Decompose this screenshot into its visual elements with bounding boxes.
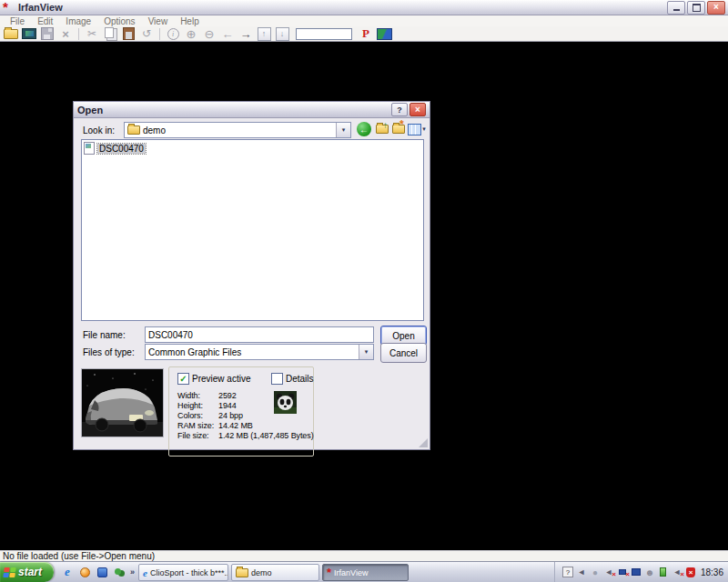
menu-file[interactable]: File [4, 16, 31, 26]
last-image-button[interactable]: ↓ [274, 27, 290, 41]
save-button[interactable] [39, 27, 56, 41]
view-menu-button[interactable]: ▾ [408, 122, 426, 136]
open-folder-button[interactable] [3, 27, 19, 41]
info-row-filesize: File size:1.42 MB (1,487,485 Bytes) [177, 431, 314, 441]
file-name-input[interactable] [145, 326, 374, 343]
menu-image[interactable]: Image [59, 16, 97, 26]
undo-icon: ↺ [142, 27, 151, 40]
slideshow-icon [22, 28, 36, 39]
security-alert-tray-icon[interactable]: × [685, 567, 696, 577]
help-tray-icon[interactable]: ? [562, 567, 573, 577]
app-titlebar[interactable]: * IrfanView × [0, 0, 728, 15]
status-bar: No file loaded (use File->Open menu) [0, 550, 728, 561]
file-list-item[interactable]: DSC00470 [84, 142, 146, 155]
cut-button[interactable]: ✂ [84, 27, 100, 41]
image-file-icon [84, 142, 95, 155]
look-in-combobox[interactable]: demo ▾ [124, 122, 351, 138]
print-icon: P [362, 26, 369, 41]
back-button[interactable]: ← [357, 122, 371, 136]
cancel-button[interactable]: Cancel [380, 343, 427, 363]
taskbar-button-cliosport[interactable]: e ClioSport - thick b***... [138, 564, 228, 581]
dialog-help-button[interactable]: ? [391, 103, 408, 116]
battery-tray-icon[interactable] [658, 567, 669, 577]
taskbar: start e » e ClioSport - thick b***... de… [0, 561, 728, 582]
volume-tray-icon[interactable]: ◄ [576, 567, 587, 577]
start-button[interactable]: start [0, 562, 54, 582]
app-title: IrfanView [18, 2, 63, 13]
folder-icon [236, 568, 248, 577]
thumbnails-icon [377, 28, 392, 40]
zoom-out-icon: ⊖ [205, 27, 215, 41]
info-button[interactable]: i [165, 27, 181, 41]
taskbar-button-label: IrfanView [334, 568, 368, 577]
windows-flag-icon [3, 567, 16, 577]
chevron-down-icon: ▾ [365, 348, 369, 356]
dialog-titlebar[interactable]: Open ? × [74, 102, 430, 118]
open-folder-icon [4, 29, 18, 39]
undo-button[interactable]: ↺ [138, 27, 155, 41]
windows-messenger-icon[interactable] [113, 566, 126, 578]
slideshow-button[interactable] [21, 27, 37, 41]
up-one-level-button[interactable]: ↑ [375, 122, 389, 136]
window-controls: × [667, 1, 725, 15]
taskbar-button-demo[interactable]: demo [231, 564, 319, 581]
system-tray: ? ◄ ● ◄× × ☻ ◄× × 18:36 [554, 562, 728, 582]
prev-arrow-icon: ← [222, 27, 234, 41]
dialog-controls: ? × [391, 103, 426, 116]
delete-button[interactable]: × [57, 27, 74, 41]
volume-muted-tray-icon[interactable]: ◄× [603, 567, 614, 577]
taskbar-button-irfanview[interactable]: * IrfanView [322, 564, 409, 581]
back-arrow-icon: ← [359, 125, 369, 135]
network-alert-tray-icon[interactable]: × [617, 567, 628, 577]
next-image-button[interactable]: → [238, 27, 254, 41]
help-icon: ? [397, 105, 402, 115]
menu-edit[interactable]: Edit [31, 16, 59, 26]
scheduler-tray-icon[interactable]: ● [590, 567, 601, 577]
checkbox-checked-icon: ✓ [177, 373, 189, 385]
image-counter-field[interactable] [296, 28, 352, 40]
first-image-button[interactable]: ↑ [256, 27, 272, 41]
audio-muted-tray-icon[interactable]: ◄× [672, 567, 682, 577]
open-button-label: Open [392, 331, 414, 341]
save-icon [41, 27, 54, 40]
look-in-dropdown-button[interactable]: ▾ [336, 123, 350, 137]
zoom-in-button[interactable]: ⊕ [183, 27, 199, 41]
internet-explorer-icon[interactable]: e [61, 566, 74, 578]
copy-button[interactable] [102, 27, 118, 41]
new-folder-button[interactable]: * [391, 122, 406, 136]
menu-options[interactable]: Options [97, 16, 141, 26]
preview-options-group: ✓ Preview active Details Width:2592 Heig… [168, 366, 314, 457]
cut-icon: ✂ [87, 27, 96, 40]
alert-clock-icon[interactable] [78, 566, 91, 578]
restore-icon [693, 4, 701, 12]
file-list[interactable]: DSC00470 [81, 139, 424, 321]
user-status-tray-icon[interactable]: ☻ [644, 567, 655, 577]
preview-active-label: Preview active [192, 374, 250, 384]
internet-explorer-icon: e [143, 567, 147, 577]
details-checkbox[interactable]: Details [271, 373, 314, 385]
irfanview-logo-icon: * [3, 3, 15, 12]
menu-view[interactable]: View [142, 16, 175, 26]
files-of-type-combobox[interactable]: Common Graphic Files ▾ [145, 344, 374, 360]
more-quick-launch-chevron[interactable]: » [130, 567, 135, 577]
sparkle-icon: * [399, 118, 404, 131]
up-arrow-icon: ↑ [383, 120, 388, 130]
dialog-close-button[interactable]: × [410, 103, 426, 116]
resize-grip[interactable] [419, 438, 428, 447]
zoom-out-button[interactable]: ⊖ [201, 27, 217, 41]
files-of-type-dropdown-button[interactable]: ▾ [359, 345, 373, 359]
thumbnails-button[interactable] [376, 27, 392, 41]
display-tray-icon[interactable] [631, 567, 642, 577]
menu-help[interactable]: Help [174, 16, 206, 26]
minimize-button[interactable] [667, 1, 685, 15]
restore-button[interactable] [687, 1, 705, 15]
prev-image-button[interactable]: ← [219, 27, 236, 41]
chevron-down-icon: ▾ [342, 126, 346, 134]
msn-explorer-icon[interactable] [96, 566, 108, 578]
print-button[interactable]: P [358, 27, 374, 41]
preview-active-checkbox[interactable]: ✓ Preview active [177, 373, 250, 385]
car-preview-graphic [82, 369, 163, 436]
look-in-value: demo [143, 125, 166, 135]
paste-button[interactable] [120, 27, 136, 41]
close-button[interactable]: × [707, 1, 725, 15]
